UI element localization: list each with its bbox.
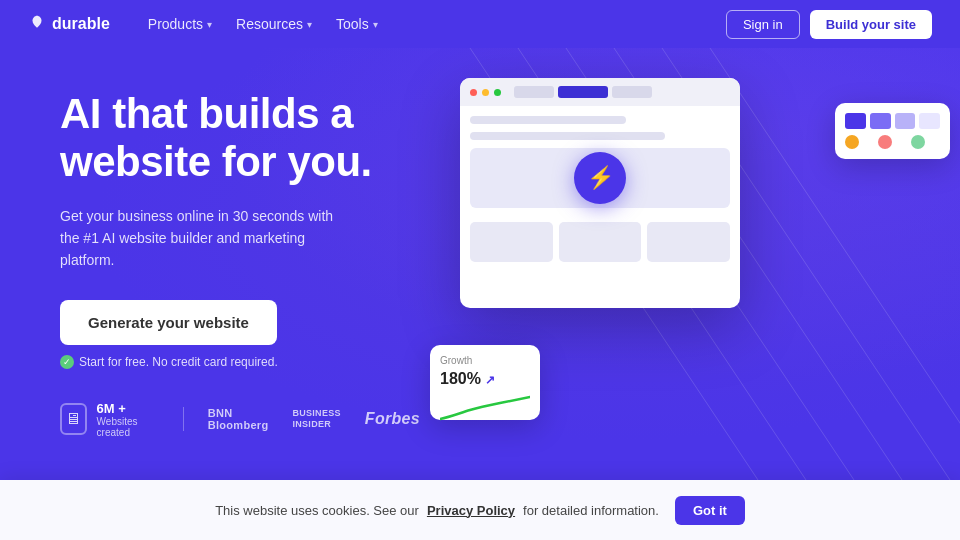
flash-circle: ⚡	[574, 152, 626, 204]
brand-name: durable	[52, 15, 110, 33]
logo-icon	[28, 13, 46, 35]
generate-website-button[interactable]: Generate your website	[60, 300, 277, 345]
stat-number: 6M +	[97, 401, 159, 416]
chevron-down-icon: ▾	[307, 19, 312, 30]
hero-section: AI that builds a website for you. Get yo…	[0, 48, 960, 480]
browser-mockup: ⚡	[460, 78, 740, 308]
hero-illustration: ⚡ Growth 180% ↗	[420, 48, 960, 480]
sparkline-chart	[440, 394, 530, 424]
hero-content: AI that builds a website for you. Get yo…	[0, 48, 420, 480]
palette-dot	[911, 135, 925, 149]
nav-resources[interactable]: Resources ▾	[226, 10, 322, 38]
press-divider	[183, 407, 184, 431]
dot-green	[494, 89, 501, 96]
palette-dot	[878, 135, 892, 149]
dot-yellow	[482, 89, 489, 96]
stat-block: 🖥 6M + Websites created	[60, 401, 159, 438]
swatch	[870, 113, 891, 129]
browser-tab-active	[558, 86, 608, 98]
content-grid	[470, 222, 730, 262]
stats-card: Growth 180% ↗	[430, 345, 540, 420]
browser-tab	[612, 86, 652, 98]
privacy-policy-link[interactable]: Privacy Policy	[427, 503, 515, 518]
palette-dots	[845, 135, 940, 149]
cookie-text: This website uses cookies. See our	[215, 503, 419, 518]
monitor-icon: 🖥	[60, 403, 87, 435]
swatch	[845, 113, 866, 129]
chevron-down-icon: ▾	[373, 19, 378, 30]
cookie-accept-button[interactable]: Got it	[675, 496, 745, 525]
nav-actions: Sign in Build your site	[726, 10, 932, 39]
hero-subtitle: Get your business online in 30 seconds w…	[60, 205, 340, 272]
content-cell	[559, 222, 642, 262]
swatch	[919, 113, 940, 129]
swatch	[895, 113, 916, 129]
palette-swatches	[845, 113, 940, 129]
signin-button[interactable]: Sign in	[726, 10, 800, 39]
logo[interactable]: durable	[28, 13, 110, 35]
stat-label: Websites created	[97, 416, 159, 438]
free-note: ✓ Start for free. No credit card require…	[60, 355, 420, 369]
browser-tab	[514, 86, 554, 98]
palette-dot	[845, 135, 859, 149]
content-bar	[470, 132, 665, 140]
nav-links: Products ▾ Resources ▾ Tools ▾	[138, 10, 726, 38]
browser-content-area: ⚡	[460, 106, 740, 272]
press-bi: BUSINESSINSIDER	[292, 408, 340, 431]
stat-card-number: 180% ↗	[440, 370, 530, 388]
press-forbes: Forbes	[365, 410, 420, 428]
cookie-text-after: for detailed information.	[523, 503, 659, 518]
chevron-down-icon: ▾	[207, 19, 212, 30]
content-bar	[470, 116, 626, 124]
nav-tools[interactable]: Tools ▾	[326, 10, 388, 38]
navbar: durable Products ▾ Resources ▾ Tools ▾ S…	[0, 0, 960, 48]
stat-card-label: Growth	[440, 355, 530, 366]
browser-bar	[460, 78, 740, 106]
content-cell	[470, 222, 553, 262]
hero-title: AI that builds a website for you.	[60, 90, 420, 187]
press-logos: 🖥 6M + Websites created BNNBloomberg BUS…	[60, 401, 420, 438]
nav-products[interactable]: Products ▾	[138, 10, 222, 38]
palette-card	[835, 103, 950, 159]
arrow-icon: ↗	[485, 373, 495, 387]
cookie-banner: This website uses cookies. See our Priva…	[0, 480, 960, 540]
build-site-button[interactable]: Build your site	[810, 10, 932, 39]
content-cell	[647, 222, 730, 262]
dot-red	[470, 89, 477, 96]
check-icon: ✓	[60, 355, 74, 369]
browser-tabs	[514, 86, 652, 98]
press-bnn: BNNBloomberg	[208, 407, 269, 431]
